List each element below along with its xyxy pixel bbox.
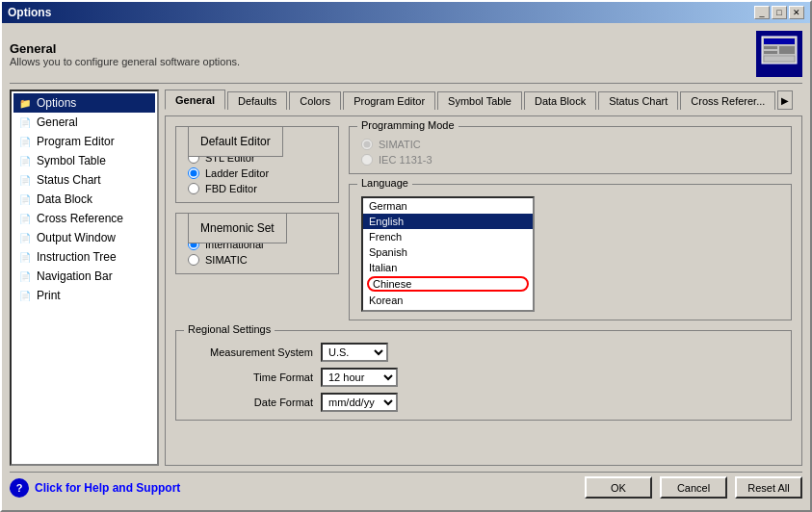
doc-icon-symbol-table: 📄 [17, 153, 33, 168]
language-list: German English French Spanish Italian Ch… [361, 196, 535, 312]
sidebar-item-print-label: Print [37, 289, 61, 302]
fbd-editor-option[interactable]: FBD Editor [188, 183, 327, 194]
tab-defaults[interactable]: Defaults [227, 91, 287, 110]
programming-mode-content: SIMATIC IEC 1131-3 [361, 139, 779, 166]
tab-symbol-table[interactable]: Symbol Table [437, 91, 522, 110]
iec-mode-radio[interactable] [361, 154, 373, 166]
tab-program-editor[interactable]: Program Editor [343, 91, 435, 110]
main-content: 📁 Options 📄 General 📄 Program Editor 📄 S… [10, 90, 802, 466]
doc-icon-print: 📄 [17, 288, 33, 303]
maximize-button[interactable]: □ [772, 6, 787, 19]
language-item-italian[interactable]: Italian [363, 260, 533, 275]
header-description: Allows you to configure general software… [10, 56, 240, 67]
tab-cross-reference[interactable]: Cross Referer... [680, 91, 775, 110]
tab-scroll-right[interactable]: ▶ [777, 90, 793, 110]
help-link[interactable]: ? Click for Help and Support [10, 478, 180, 498]
doc-icon-data-block: 📄 [17, 192, 33, 207]
measurement-select[interactable]: U.S. Metric [321, 343, 388, 362]
ladder-editor-option[interactable]: Ladder Editor [188, 167, 327, 179]
svg-rect-3 [764, 51, 777, 54]
reset-all-button[interactable]: Reset All [735, 476, 802, 499]
programming-mode-group: Programming Mode SIMATIC IEC 1131-3 [349, 126, 792, 174]
window-title: Options [8, 6, 51, 19]
sidebar-item-general-label: General [37, 115, 78, 129]
bottom-bar: ? Click for Help and Support OK Cancel R… [10, 472, 802, 502]
svg-rect-5 [764, 56, 795, 62]
sidebar-item-output-window-label: Output Window [37, 231, 116, 244]
sidebar-item-cross-reference[interactable]: 📄 Cross Reference [13, 209, 155, 228]
sidebar-item-data-block[interactable]: 📄 Data Block [13, 190, 155, 209]
language-item-korean[interactable]: Korean [363, 293, 533, 308]
title-bar: Options _ □ ✕ [2, 2, 810, 23]
simatic-mode-radio[interactable] [361, 139, 373, 150]
doc-icon-output-window: 📄 [17, 230, 33, 245]
sidebar-item-options[interactable]: 📁 Options [13, 93, 155, 113]
close-button[interactable]: ✕ [789, 6, 804, 19]
doc-icon-cross-ref: 📄 [17, 211, 33, 226]
sidebar: 📁 Options 📄 General 📄 Program Editor 📄 S… [10, 90, 159, 466]
dialog-buttons: OK Cancel Reset All [585, 476, 802, 499]
sidebar-item-instruction-tree[interactable]: 📄 Instruction Tree [13, 247, 155, 267]
sidebar-item-program-editor-label: Program Editor [37, 135, 115, 148]
svg-rect-1 [764, 38, 795, 44]
right-sections: Programming Mode SIMATIC IEC 1131-3 [349, 126, 792, 320]
date-format-label: Date Format [188, 397, 313, 408]
language-item-chinese[interactable]: Chinese [367, 276, 529, 292]
sidebar-item-navigation-bar-label: Navigation Bar [37, 269, 113, 283]
simatic-radio[interactable] [188, 254, 199, 266]
right-panel: General Defaults Colors Program Editor S… [165, 90, 802, 466]
sidebar-item-print[interactable]: 📄 Print [13, 286, 155, 305]
svg-rect-4 [779, 46, 795, 54]
header-title: General [10, 41, 240, 56]
tab-general[interactable]: General [165, 90, 225, 110]
language-item-english[interactable]: English [363, 214, 533, 229]
sidebar-item-symbol-table[interactable]: 📄 Symbol Table [13, 151, 155, 170]
tab-bar: General Defaults Colors Program Editor S… [165, 90, 802, 110]
tab-colors[interactable]: Colors [289, 91, 341, 110]
folder-icon: 📁 [17, 95, 33, 111]
measurement-row: Measurement System U.S. Metric [188, 343, 779, 362]
date-format-select[interactable]: mm/dd/yy dd/mm/yy yy/mm/dd [321, 393, 398, 412]
iec-mode-option[interactable]: IEC 1131-3 [361, 154, 779, 166]
language-item-german[interactable]: German [363, 198, 533, 214]
default-editor-content: STL Editor Ladder Editor FBD Editor [188, 152, 327, 194]
doc-icon-status-chart: 📄 [17, 172, 33, 188]
sidebar-item-data-block-label: Data Block [37, 192, 92, 206]
window-body: General Allows you to configure general … [2, 23, 810, 510]
left-sections: Default Editor STL Editor Ladder Editor [175, 126, 339, 320]
tab-status-chart[interactable]: Status Chart [598, 91, 678, 110]
tab-data-block[interactable]: Data Block [524, 91, 596, 110]
regional-settings-group: Regional Settings Measurement System U.S… [175, 330, 792, 421]
time-format-select[interactable]: 12 hour 24 hour [321, 368, 398, 387]
iec-mode-label: IEC 1131-3 [379, 154, 432, 166]
cancel-button[interactable]: Cancel [660, 476, 727, 499]
help-icon: ? [10, 478, 29, 498]
language-item-spanish[interactable]: Spanish [363, 244, 533, 260]
sidebar-item-status-chart-label: Status Chart [37, 173, 101, 187]
tab-content: Default Editor STL Editor Ladder Editor [165, 115, 802, 466]
time-format-label: Time Format [188, 371, 313, 383]
sidebar-item-status-chart[interactable]: 📄 Status Chart [13, 170, 155, 190]
sidebar-item-navigation-bar[interactable]: 📄 Navigation Bar [13, 267, 155, 286]
default-editor-label: Default Editor [188, 126, 283, 157]
minimize-button[interactable]: _ [754, 6, 770, 19]
simatic-option[interactable]: SIMATIC [188, 254, 327, 266]
sidebar-item-general[interactable]: 📄 General [13, 113, 155, 132]
simatic-label: SIMATIC [205, 254, 248, 266]
ok-button[interactable]: OK [585, 476, 652, 499]
sidebar-item-options-label: Options [37, 96, 76, 110]
mnemonic-set-label: Mnemonic Set [188, 213, 287, 243]
sidebar-item-output-window[interactable]: 📄 Output Window [13, 228, 155, 247]
sidebar-item-symbol-table-label: Symbol Table [37, 154, 106, 167]
help-label: Click for Help and Support [35, 481, 180, 495]
regional-settings-content: Measurement System U.S. Metric Time Form… [188, 343, 779, 412]
sidebar-item-instruction-tree-label: Instruction Tree [37, 250, 117, 264]
language-group: Language German English French Spanish I… [349, 184, 792, 320]
ladder-radio[interactable] [188, 167, 199, 179]
simatic-mode-option[interactable]: SIMATIC [361, 139, 779, 150]
regional-settings-label: Regional Settings [184, 323, 275, 335]
language-item-french[interactable]: French [363, 229, 533, 244]
simatic-mode-label: SIMATIC [379, 139, 421, 150]
sidebar-item-program-editor[interactable]: 📄 Program Editor [13, 132, 155, 151]
fbd-radio[interactable] [188, 183, 199, 194]
